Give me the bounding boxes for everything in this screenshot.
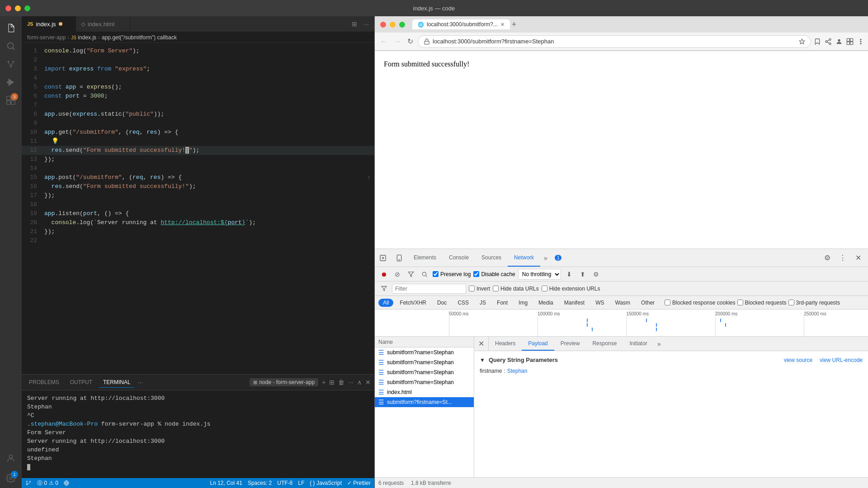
- devtools-tab-elements[interactable]: Elements: [407, 249, 443, 267]
- browser-maximize-button[interactable]: [399, 22, 405, 28]
- network-item-2[interactable]: ☰ submitform?name=Stephan: [375, 357, 474, 367]
- disable-cache-label[interactable]: Disable cache: [473, 271, 515, 277]
- source-control-icon[interactable]: [3, 56, 19, 72]
- blocked-requests-checkbox[interactable]: [737, 300, 743, 305]
- terminal-close-button[interactable]: ✕: [365, 379, 371, 386]
- devtools-settings-button[interactable]: ⚙: [821, 252, 834, 264]
- details-tab-payload[interactable]: Payload: [522, 337, 554, 351]
- resource-type-img[interactable]: Img: [514, 299, 532, 307]
- blocked-cookies-label[interactable]: Blocked response cookies: [665, 300, 735, 306]
- network-item-1[interactable]: ☰ submitform?name=Stephan: [375, 347, 474, 357]
- breadcrumb-symbol[interactable]: app.get("/submitform") callback: [102, 34, 177, 41]
- details-tab-initiator[interactable]: Initiator: [623, 337, 653, 351]
- tab-index-js[interactable]: JS index.js: [22, 16, 76, 32]
- export-button[interactable]: ⬆: [577, 269, 588, 280]
- remote-indicator[interactable]: [64, 480, 69, 486]
- line-ending[interactable]: LF: [298, 480, 304, 486]
- devtools-mobile-icon[interactable]: [391, 254, 407, 262]
- invert-label[interactable]: Invert: [469, 286, 490, 292]
- resource-type-other[interactable]: Other: [637, 299, 659, 307]
- network-settings-button[interactable]: ⚙: [591, 269, 602, 280]
- third-party-checkbox[interactable]: [788, 300, 794, 305]
- details-tab-preview[interactable]: Preview: [554, 337, 586, 351]
- browser-active-tab[interactable]: 🌐 localhost:3000/submitform?... ✕: [412, 19, 510, 29]
- errors-warnings[interactable]: ⓪ 0 ⚠ 0: [37, 479, 58, 487]
- devtools-tab-sources[interactable]: Sources: [475, 249, 508, 267]
- minimize-button[interactable]: [15, 5, 21, 11]
- details-tab-headers[interactable]: Headers: [489, 337, 522, 351]
- browser-tab-close[interactable]: ✕: [500, 22, 505, 28]
- extensions-browser-icon[interactable]: [846, 38, 854, 45]
- third-party-label[interactable]: 3rd-party requests: [788, 300, 840, 306]
- browser-minimize-button[interactable]: [390, 22, 396, 28]
- tab-index-html[interactable]: ◇ index.html: [76, 16, 130, 32]
- details-tab-response[interactable]: Response: [586, 337, 623, 351]
- network-item-5[interactable]: ☰ index.html: [375, 387, 474, 397]
- resource-type-manifest[interactable]: Manifest: [560, 299, 589, 307]
- output-tab[interactable]: OUTPUT: [66, 377, 96, 387]
- record-button[interactable]: ⏺: [378, 269, 389, 280]
- terminal-split-button[interactable]: ⊞: [329, 379, 335, 386]
- devtools-tab-more[interactable]: »: [540, 249, 551, 267]
- terminal-trash-button[interactable]: 🗑: [338, 379, 344, 386]
- settings-icon[interactable]: 1: [3, 470, 19, 486]
- resource-type-js[interactable]: JS: [475, 299, 491, 307]
- network-item-3[interactable]: ☰ submitform?name=Stephan: [375, 367, 474, 377]
- bookmark-icon[interactable]: [814, 38, 821, 45]
- explorer-icon[interactable]: [3, 20, 19, 36]
- account-icon[interactable]: [3, 450, 19, 466]
- extensions-icon[interactable]: 3: [3, 92, 19, 108]
- devtools-tab-network[interactable]: Network: [508, 249, 540, 267]
- devtools-tab-console[interactable]: Console: [443, 249, 475, 267]
- devtools-inspect-icon[interactable]: [375, 254, 391, 262]
- resource-type-all[interactable]: All: [378, 299, 393, 307]
- run-debug-icon[interactable]: [3, 74, 19, 90]
- qs-collapse-arrow[interactable]: ▼: [480, 357, 485, 363]
- blocked-cookies-checkbox[interactable]: [665, 300, 670, 305]
- code-editor[interactable]: 1 console.log("Form Server"); 2 3 import…: [22, 43, 374, 374]
- indentation[interactable]: Spaces: 2: [248, 480, 272, 486]
- invert-checkbox[interactable]: [469, 286, 475, 291]
- forward-button[interactable]: →: [392, 36, 403, 47]
- resource-type-media[interactable]: Media: [534, 299, 558, 307]
- hide-data-urls-checkbox[interactable]: [493, 286, 499, 291]
- qs-section-title[interactable]: Query String Parameters: [489, 357, 558, 363]
- network-item-6[interactable]: ☰ submitform?firstname=St...: [375, 397, 474, 407]
- terminal-add-button[interactable]: +: [322, 379, 326, 386]
- git-branch[interactable]: [25, 480, 32, 486]
- browser-close-button[interactable]: [380, 22, 386, 28]
- details-tab-more[interactable]: »: [654, 337, 665, 351]
- devtools-more-button[interactable]: ⋮: [836, 252, 849, 264]
- close-button[interactable]: [5, 5, 11, 11]
- search-icon[interactable]: [3, 38, 19, 54]
- cursor-position[interactable]: Ln 12, Col 41: [210, 480, 242, 486]
- view-url-encoded-link[interactable]: view URL-encode: [820, 357, 863, 363]
- browser-new-tab-button[interactable]: +: [512, 20, 517, 29]
- filter-text-input[interactable]: [392, 284, 466, 294]
- address-bar[interactable]: localhost:3000/submitform?firstname=Step…: [418, 35, 811, 48]
- reload-button[interactable]: ↻: [406, 35, 415, 47]
- panel-more-button[interactable]: ···: [138, 379, 143, 386]
- browser-menu-icon[interactable]: [857, 38, 864, 45]
- star-icon[interactable]: [799, 38, 805, 45]
- breadcrumb-file[interactable]: JS index.js: [71, 34, 96, 41]
- hide-extension-urls-label[interactable]: Hide extension URLs: [542, 286, 600, 292]
- hide-data-urls-label[interactable]: Hide data URLs: [493, 286, 539, 292]
- hide-extension-urls-checkbox[interactable]: [542, 286, 547, 291]
- throttle-select[interactable]: No throttling Fast 3G Slow 3G: [518, 269, 561, 280]
- split-editor-button[interactable]: ⊞: [350, 19, 359, 29]
- devtools-close-button[interactable]: ✕: [852, 252, 864, 264]
- tab-more-button[interactable]: ···: [362, 19, 371, 29]
- terminal-content[interactable]: Server running at http://localhost:3000 …: [22, 390, 374, 478]
- blocked-requests-label[interactable]: Blocked requests: [737, 300, 787, 306]
- filter-toggle-button[interactable]: [406, 269, 416, 280]
- import-button[interactable]: ⬇: [564, 269, 575, 280]
- resource-type-wasm[interactable]: Wasm: [611, 299, 635, 307]
- maximize-button[interactable]: [24, 5, 30, 11]
- resource-type-doc[interactable]: Doc: [433, 299, 451, 307]
- view-source-link[interactable]: view source: [784, 357, 812, 363]
- language-mode[interactable]: { } JavaScript: [310, 480, 342, 486]
- preserve-log-label[interactable]: Preserve log: [433, 271, 471, 277]
- search-button[interactable]: [419, 269, 430, 280]
- terminal-more-button[interactable]: ···: [348, 379, 354, 386]
